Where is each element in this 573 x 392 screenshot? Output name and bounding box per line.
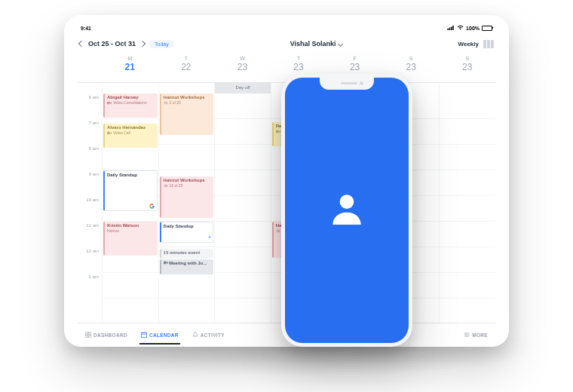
day-number: 23	[326, 62, 383, 72]
phone-screen	[285, 78, 409, 343]
hour-label: 7 am	[78, 119, 102, 145]
svg-point-6	[164, 101, 165, 103]
grid-column[interactable]: Abigail Harvey Video ConsultationsAlvaro…	[102, 93, 158, 323]
status-time: 9:41	[81, 26, 91, 31]
calendar-event[interactable]: Abigail Harvey Video Consultations	[103, 93, 158, 118]
view-mode-label[interactable]: Weekly	[458, 41, 479, 47]
day-number: 21	[102, 62, 158, 72]
nav-calendar-label: CALENDAR	[149, 332, 179, 338]
prev-week-button[interactable]	[78, 41, 84, 47]
grid-column[interactable]: Haircut Workshops 2 of 25Haircut Worksho…	[158, 93, 215, 323]
svg-rect-11	[276, 130, 279, 133]
event-subtitle: 2 of 25	[164, 100, 212, 105]
bell-icon	[192, 332, 198, 338]
svg-rect-0	[448, 28, 449, 29]
date-range[interactable]: Oct 25 - Oct 31	[88, 40, 136, 47]
event-title: Alvaro Hernandez	[107, 125, 155, 130]
nav-more[interactable]: MORE	[462, 326, 489, 345]
today-button[interactable]: Today	[149, 40, 174, 48]
calendar-event[interactable]: Daily Standup	[103, 170, 158, 211]
day-of-week: S	[439, 56, 495, 61]
hour-label: 1 pm	[78, 273, 102, 299]
nav-dashboard[interactable]: DASHBOARD	[84, 326, 129, 345]
event-title: Haircut Workshops	[164, 178, 212, 183]
grid-column[interactable]	[214, 93, 271, 323]
day-of-week: T	[158, 56, 215, 61]
chevron-down-icon	[338, 41, 343, 46]
svg-point-7	[166, 101, 167, 103]
day-column[interactable]: M21	[102, 54, 158, 82]
signal-icon	[447, 26, 455, 31]
nav-calendar[interactable]: CALENDAR	[139, 326, 180, 345]
allday-cell	[102, 83, 158, 93]
day-number: 23	[271, 62, 327, 72]
hour-label: 9 am	[78, 170, 102, 196]
allday-cell	[158, 83, 215, 93]
hour-label: 11 am	[78, 222, 102, 247]
hour-label: 10 am	[78, 196, 102, 222]
allday-cell	[439, 83, 495, 93]
calendar-event[interactable]: Daily Standup+	[160, 222, 214, 243]
dashboard-icon	[85, 332, 91, 338]
calendar-event[interactable]: Haircut Workshops 2 of 25	[160, 93, 214, 135]
battery-icon	[482, 26, 492, 31]
calendar-event[interactable]: 15 minutes event	[160, 249, 214, 259]
event-title: Meeting with Jo...	[164, 261, 212, 266]
wifi-icon	[457, 25, 464, 31]
svg-point-8	[164, 184, 165, 185]
menu-icon	[464, 332, 470, 338]
svg-rect-14	[85, 332, 87, 334]
svg-rect-3	[452, 26, 454, 30]
calendar-icon	[141, 332, 147, 338]
hour-label: 12 am	[78, 247, 102, 273]
event-subtitle: Video Consultations	[107, 100, 155, 105]
grid-column[interactable]	[439, 93, 495, 323]
view-toggle-icon[interactable]	[483, 40, 494, 48]
days-header: M21T22W23T23F23S23S23	[78, 54, 495, 83]
svg-rect-18	[141, 332, 146, 337]
allday-cell: Day off	[214, 83, 271, 93]
day-of-week: F	[326, 56, 383, 61]
event-title: Abigail Harvey	[107, 95, 155, 100]
google-icon	[149, 204, 155, 209]
svg-rect-15	[89, 332, 91, 334]
calendar-event[interactable]: Meeting with Jo...	[160, 259, 214, 274]
status-right: 100%	[447, 25, 492, 31]
calendar-event[interactable]: Haircut Workshops 12 of 25	[160, 176, 214, 218]
day-number: 22	[158, 62, 215, 72]
day-of-week: W	[214, 56, 271, 61]
status-bar: 9:41 100%	[78, 23, 495, 33]
day-number: 23	[383, 62, 440, 72]
selected-user-name: Vishal Solanki	[290, 40, 336, 47]
nav-activity[interactable]: ACTIVITY	[191, 326, 226, 345]
top-bar: Oct 25 - Oct 31 Today Vishal Solanki Wee…	[78, 33, 495, 54]
svg-point-9	[166, 184, 167, 185]
event-title: Kristin Watson	[107, 223, 155, 228]
hour-label: 6 am	[78, 93, 102, 119]
day-column[interactable]: T22	[158, 54, 215, 82]
plus-icon: +	[208, 234, 211, 240]
svg-point-25	[340, 194, 354, 209]
nav-more-label: MORE	[472, 332, 488, 338]
day-column[interactable]: S23	[439, 54, 495, 82]
person-icon	[326, 188, 368, 233]
hour-label: 8 am	[78, 145, 102, 170]
event-subtitle: Haircut	[107, 228, 155, 233]
day-number: 23	[439, 62, 495, 72]
day-number: 23	[214, 62, 271, 72]
svg-rect-1	[449, 27, 451, 29]
day-column[interactable]: W23	[214, 54, 271, 82]
calendar-event[interactable]: Alvaro Hernandez Video Call	[103, 124, 158, 148]
day-of-week: S	[383, 56, 440, 61]
svg-rect-17	[89, 335, 91, 338]
svg-rect-4	[107, 101, 110, 104]
battery-percent: 100%	[466, 26, 480, 31]
day-of-week: M	[102, 56, 158, 61]
event-title: Daily Standup	[164, 224, 211, 229]
user-selector[interactable]: Vishal Solanki	[290, 40, 342, 47]
hours-column: 6 am7 am8 am9 am10 am11 am12 am1 pm	[78, 93, 102, 323]
svg-point-12	[277, 229, 278, 231]
svg-rect-5	[107, 131, 110, 134]
next-week-button[interactable]	[139, 41, 146, 47]
calendar-event[interactable]: Kristin Watson Haircut	[103, 222, 158, 256]
